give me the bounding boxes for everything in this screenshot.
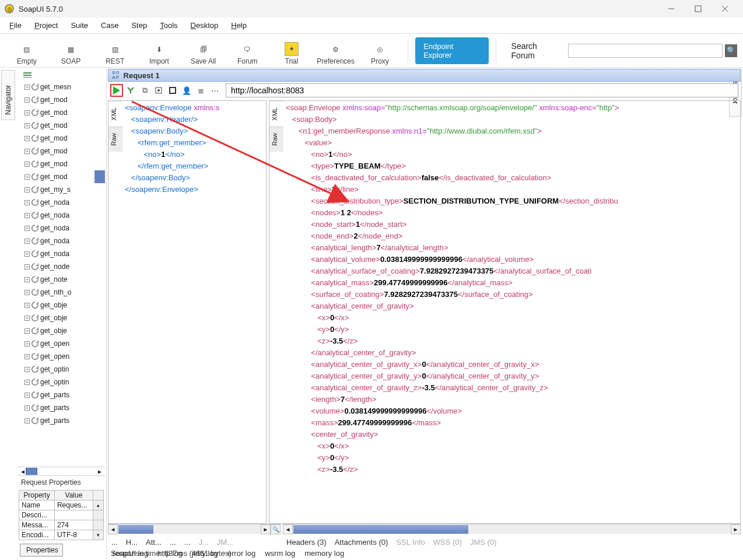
tree-item[interactable]: +get_obje — [17, 324, 105, 337]
add-assert-icon[interactable]: ⧉ — [138, 84, 151, 97]
navigator-tab[interactable]: Navigator — [1, 70, 15, 120]
person-icon[interactable]: 👤 — [180, 84, 193, 97]
resp-tab[interactable]: SSL Info — [396, 538, 425, 547]
toolbar-forum[interactable]: 🗨Forum — [226, 36, 268, 65]
tree-item[interactable]: +get_open — [17, 350, 105, 363]
tree-item[interactable]: +get_nth_o — [17, 286, 105, 299]
app-title: SoapUI 5.7.0 — [19, 5, 63, 13]
rect-icon[interactable] — [166, 84, 179, 97]
tree-item[interactable]: +get_mod — [17, 170, 105, 183]
request-hscroll[interactable]: ◄►🔍 — [108, 524, 281, 534]
response-hscroll[interactable]: ◄► — [283, 524, 741, 534]
tree-item[interactable]: +get_mod — [17, 119, 105, 132]
close-button[interactable] — [712, 0, 738, 18]
log-tab[interactable]: wsrm log — [265, 549, 295, 558]
tree-item[interactable]: +get_my_s — [17, 183, 105, 196]
menu-step[interactable]: Step — [125, 20, 153, 31]
tree-item[interactable]: +get_noda — [17, 247, 105, 260]
tree-item[interactable]: +get_mod — [17, 106, 105, 119]
log-tab[interactable]: error log — [227, 549, 255, 558]
req-tab[interactable]: J... — [199, 538, 209, 547]
req-tab[interactable]: JM... — [217, 538, 233, 547]
more-icon[interactable]: ⋯ — [208, 84, 221, 97]
tree-item[interactable]: +get_note — [17, 273, 105, 286]
req-tab[interactable]: ... — [170, 538, 176, 547]
run-request-button[interactable] — [110, 84, 123, 97]
tree-item[interactable]: +get_noda — [17, 209, 105, 222]
properties-table[interactable]: PropertyValueNameReques...▴Descri...Mess… — [19, 490, 104, 540]
log-tab[interactable]: SoapUI log — [111, 549, 148, 558]
request-toolstrip: ⧉ 👤 ≣ ⋯ — [108, 82, 741, 99]
search-button[interactable]: 🔍 — [725, 44, 737, 57]
toggle-icon[interactable] — [152, 84, 165, 97]
tree-item[interactable]: +get_optin — [17, 376, 105, 388]
tree-item[interactable]: +get_mod — [17, 132, 105, 145]
tree-item[interactable]: +get_noda — [17, 235, 105, 247]
req-tab[interactable]: ... — [111, 538, 118, 547]
tree-item[interactable]: +get_obje — [17, 299, 105, 312]
tree-item[interactable]: +get_open — [17, 337, 105, 350]
properties-button[interactable]: Properties — [20, 544, 63, 556]
tree-item[interactable]: +get_parts — [17, 388, 105, 401]
props-row[interactable]: Descri... — [19, 510, 104, 520]
toolbar-proxy[interactable]: ◎Proxy — [359, 36, 401, 65]
toolbar-import[interactable]: ⬇Import — [138, 36, 180, 65]
resp-tab[interactable]: WSS (0) — [433, 538, 462, 547]
props-row[interactable]: NameReques...▴ — [19, 501, 104, 510]
response-xml-source[interactable]: <soap:Envelope xmlns:soap="http://schema… — [283, 101, 740, 523]
project-tree[interactable]: +get_mesn+get_mod+get_mod+get_mod+get_mo… — [17, 80, 105, 467]
request-tab-header[interactable]: SOAP Request 1 — [108, 69, 741, 82]
menu-help[interactable]: Help — [225, 20, 253, 31]
tree-item[interactable]: +get_optin — [17, 363, 105, 376]
stop-icon[interactable] — [124, 84, 137, 97]
req-tab[interactable]: Att... — [146, 538, 162, 547]
gutter-tab-raw[interactable]: Raw — [108, 127, 122, 152]
gutter-tab-raw[interactable]: Raw — [269, 127, 283, 152]
tree-item[interactable]: +get_parts — [17, 401, 105, 414]
proxy-icon: ◎ — [373, 43, 386, 56]
endpoint-explorer-button[interactable]: Endpoint Explorer — [415, 37, 488, 64]
svg-rect-10 — [170, 88, 176, 93]
endpoint-url-input[interactable] — [226, 83, 738, 97]
menu-desktop[interactable]: Desktop — [185, 20, 225, 31]
toolbar-preferences[interactable]: ⚙Preferences — [315, 36, 357, 65]
tree-item[interactable]: +get_mesn — [17, 80, 105, 93]
log-tab[interactable]: jetty log — [192, 549, 218, 558]
menu-tools[interactable]: Tools — [154, 20, 183, 31]
maximize-button[interactable] — [685, 0, 712, 18]
gutter-tab-xml[interactable]: XML — [108, 101, 122, 127]
menu-suite[interactable]: Suite — [65, 20, 94, 31]
tree-item[interactable]: +get_node — [17, 260, 105, 273]
tree-item[interactable]: +get_noda — [17, 196, 105, 209]
toolbar-empty[interactable]: ▤Empty — [6, 36, 48, 65]
search-input[interactable] — [568, 44, 723, 58]
props-row[interactable]: Messa...274 — [19, 520, 104, 530]
req-tab[interactable]: H... — [126, 538, 138, 547]
toolbar-trial[interactable]: ✦Trial — [271, 36, 313, 65]
req-tab[interactable]: ... — [184, 538, 191, 547]
bars-icon[interactable]: ≣ — [194, 84, 207, 97]
menu-case[interactable]: Case — [95, 20, 124, 31]
toolbar-soap[interactable]: ▦SOAP — [50, 36, 92, 65]
menu-project[interactable]: Project — [29, 20, 64, 31]
minimize-button[interactable] — [658, 0, 685, 18]
log-tab[interactable]: memory log — [304, 549, 344, 558]
gutter-tab-xml[interactable]: XML — [269, 101, 283, 127]
resp-tab[interactable]: Headers (3) — [286, 538, 327, 547]
toolbar-rest[interactable]: ▧REST — [94, 36, 136, 65]
toolbar-save-all[interactable]: 🗐Save All — [183, 36, 225, 65]
tree-item[interactable]: +get_parts — [17, 414, 105, 427]
resp-tab[interactable]: Attachments (0) — [335, 538, 388, 547]
request-xml-source[interactable]: <soapenv:Envelope xmlns:s <soapenv:Heade… — [122, 101, 266, 523]
tree-item[interactable]: +get_obje — [17, 312, 105, 324]
tree-item[interactable]: +get_mod — [17, 158, 105, 170]
tree-toggle-icon[interactable] — [23, 72, 31, 78]
tree-hscroll[interactable]: ◄► — [17, 467, 105, 476]
resp-tab[interactable]: JMS (0) — [470, 538, 497, 547]
menu-file[interactable]: File — [3, 20, 27, 31]
tree-item[interactable]: +get_noda — [17, 222, 105, 235]
tree-item[interactable]: +get_mod — [17, 145, 105, 158]
props-row[interactable]: Encodi...UTF-8▾ — [19, 530, 104, 540]
tree-item[interactable]: +get_mod — [17, 93, 105, 106]
log-tab[interactable]: http log — [157, 549, 183, 558]
